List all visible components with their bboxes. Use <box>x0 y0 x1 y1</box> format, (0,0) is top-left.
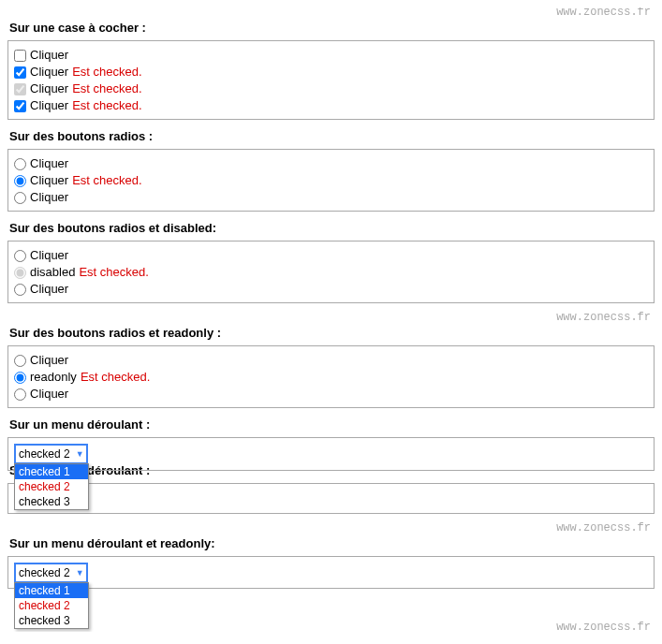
checkbox-status: Est checked. <box>72 80 141 97</box>
checkbox-box: Cliquer Cliquer Est checked. Cliquer Est… <box>7 40 655 120</box>
select-option[interactable]: checked 1 <box>15 583 88 598</box>
radio-row: readonlyEst checked. <box>14 369 648 386</box>
select-selected-text: checked 2 <box>19 447 70 461</box>
section-title-radio-disabled: Sur des boutons radios et disabled: <box>9 221 655 235</box>
radio-input[interactable] <box>14 175 26 187</box>
section-title-checkbox: Sur une case à cocher : <box>9 21 655 35</box>
chevron-down-icon: ▼ <box>76 568 84 578</box>
section-title-radio-readonly: Sur des boutons radios et readonly : <box>9 326 655 340</box>
chevron-down-icon: ▼ <box>76 449 84 459</box>
select-box: checked 2 ▼ checked 1 checked 2 checked … <box>7 437 655 471</box>
radio-label[interactable]: Cliquer <box>30 172 68 189</box>
select-list[interactable]: checked 1 checked 2 checked 3 <box>14 463 89 510</box>
select-head[interactable]: checked 2 ▼ <box>14 563 88 583</box>
radio-disabled-box: Cliquer disabledEst checked. Cliquer <box>7 241 655 303</box>
checkbox-label[interactable]: Cliquer <box>30 47 68 64</box>
radio-row: Cliquer <box>14 155 648 172</box>
checkbox-row: Cliquer <box>14 47 648 64</box>
select-option[interactable]: checked 2 <box>15 598 88 613</box>
checkbox-input[interactable] <box>14 50 26 62</box>
select-option[interactable]: checked 3 <box>15 494 88 509</box>
watermark: www.zonecss.fr <box>7 7 651 19</box>
checkbox-label[interactable]: Cliquer <box>30 80 68 97</box>
radio-label[interactable]: readonly <box>30 369 77 386</box>
section-title-select: Sur un menu déroulant : <box>9 417 655 432</box>
radio-row: Cliquer <box>14 247 648 264</box>
radio-status: Est checked. <box>72 172 141 189</box>
radio-box: Cliquer CliquerEst checked. Cliquer <box>7 149 655 212</box>
radio-row: Cliquer <box>14 189 648 206</box>
select-disabled-box: checked 2 ▼ <box>7 483 655 514</box>
radio-row: Cliquer <box>14 281 648 298</box>
radio-input[interactable] <box>14 158 26 170</box>
radio-label[interactable]: Cliquer <box>30 281 68 298</box>
radio-label[interactable]: Cliquer <box>30 352 68 369</box>
checkbox-label[interactable]: Cliquer <box>30 97 68 114</box>
checkbox-input <box>14 83 26 95</box>
checkbox-row: Cliquer Est checked. <box>14 80 648 97</box>
select-selected-text: checked 2 <box>19 566 70 579</box>
radio-label[interactable]: Cliquer <box>30 386 68 402</box>
section-title-radio: Sur des boutons radios : <box>9 129 655 143</box>
radio-status: Est checked. <box>81 369 150 386</box>
radio-input[interactable] <box>14 355 26 367</box>
select-list[interactable]: checked 1 checked 2 checked 3 <box>14 582 89 629</box>
section-title-select-readonly: Sur un menu déroulant et readonly: <box>9 536 655 550</box>
checkbox-label[interactable]: Cliquer <box>30 64 68 80</box>
checkbox-status: Est checked. <box>72 64 141 80</box>
checkbox-input[interactable] <box>14 66 26 79</box>
radio-status: Est checked. <box>79 264 148 281</box>
watermark: www.zonecss.fr <box>7 621 651 632</box>
checkbox-row: Cliquer Est checked. <box>14 97 648 114</box>
watermark: www.zonecss.fr <box>7 311 651 324</box>
radio-label[interactable]: Cliquer <box>30 189 68 206</box>
radio-label[interactable]: Cliquer <box>30 247 68 264</box>
radio-input[interactable] <box>14 372 26 384</box>
watermark: www.zonecss.fr <box>7 521 651 534</box>
radio-row: disabledEst checked. <box>14 264 648 281</box>
radio-row: Cliquer <box>14 386 648 402</box>
select-option[interactable]: checked 2 <box>15 479 88 494</box>
radio-label[interactable]: Cliquer <box>30 155 68 172</box>
select-option[interactable]: checked 3 <box>15 613 88 628</box>
select-readonly-box: checked 2 ▼ checked 1 checked 2 checked … <box>7 556 655 589</box>
select-open[interactable]: checked 2 ▼ checked 1 checked 2 checked … <box>14 444 88 464</box>
radio-input <box>14 267 26 279</box>
select-option[interactable]: checked 1 <box>15 464 88 479</box>
radio-readonly-box: Cliquer readonlyEst checked. Cliquer <box>7 345 655 408</box>
radio-input[interactable] <box>14 388 26 401</box>
radio-label[interactable]: disabled <box>30 264 75 281</box>
radio-input[interactable] <box>14 284 26 296</box>
radio-row: Cliquer <box>14 352 648 369</box>
select-readonly-open[interactable]: checked 2 ▼ checked 1 checked 2 checked … <box>14 563 88 583</box>
checkbox-input[interactable] <box>14 100 26 112</box>
radio-input[interactable] <box>14 250 26 262</box>
radio-row: CliquerEst checked. <box>14 172 648 189</box>
checkbox-status: Est checked. <box>72 97 141 114</box>
checkbox-row: Cliquer Est checked. <box>14 64 648 80</box>
select-head[interactable]: checked 2 ▼ <box>14 444 88 464</box>
radio-input[interactable] <box>14 192 26 204</box>
